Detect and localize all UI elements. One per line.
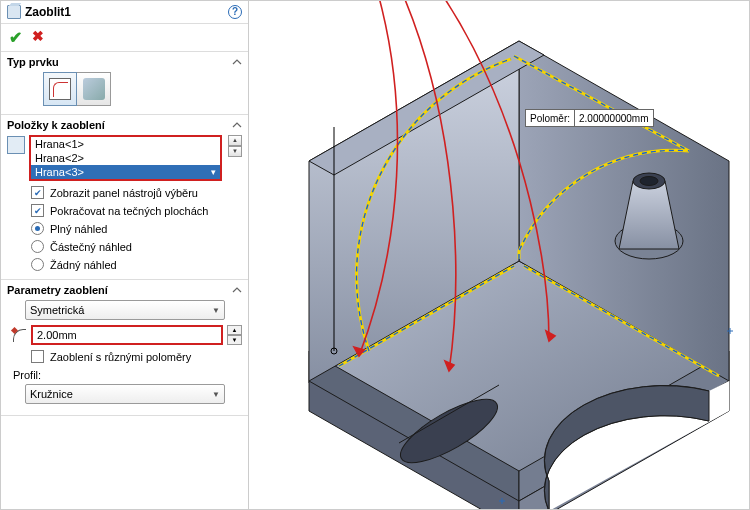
- select-value: Kružnice: [30, 388, 73, 400]
- cancel-button[interactable]: ✖: [32, 28, 44, 47]
- list-item[interactable]: Hrana<1>: [31, 137, 220, 151]
- radio-label: Žádný náhled: [50, 259, 117, 271]
- checkbox-icon: [31, 350, 44, 363]
- radio-label: Částečný náhled: [50, 241, 132, 253]
- section-header-typ[interactable]: Typ prvku: [7, 56, 242, 68]
- chevron-up-icon: [232, 285, 242, 295]
- selection-filter-icon[interactable]: [7, 136, 25, 154]
- feature-title: Zaoblit1: [25, 5, 228, 19]
- profile-label: Profil:: [13, 369, 242, 381]
- fillet-type-constant-button[interactable]: [43, 72, 77, 106]
- confirm-row: ✔ ✖: [1, 24, 248, 52]
- section-header-params[interactable]: Parametry zaoblení: [7, 284, 242, 296]
- chevron-up-icon: [232, 57, 242, 67]
- checkbox-label: Zaoblení s různými poloměry: [50, 351, 191, 363]
- chevron-down-icon: ▼: [212, 390, 220, 399]
- section-params: Parametry zaoblení Symetrická ▼ ▲ ▼ Zaob…: [1, 280, 248, 416]
- move-down-button[interactable]: ▼: [228, 146, 242, 157]
- symmetry-select[interactable]: Symetrická ▼: [25, 300, 225, 320]
- section-items: Položky k zaoblení Hrana<1> Hrana<2> Hra…: [1, 115, 248, 280]
- radius-input[interactable]: [31, 325, 223, 345]
- fillet-type-toggle: [43, 72, 242, 106]
- show-toolbar-checkbox[interactable]: ✔ Zobrazit panel nástrojů výběru: [31, 186, 242, 199]
- checkbox-label: Zobrazit panel nástrojů výběru: [50, 187, 198, 199]
- multi-radius-checkbox[interactable]: Zaoblení s různými poloměry: [31, 350, 242, 363]
- section-typ-prvku: Typ prvku: [1, 52, 248, 115]
- move-up-button[interactable]: ▲: [228, 135, 242, 146]
- radio-icon: [31, 222, 44, 235]
- radius-spinner: ▲ ▼: [227, 325, 242, 345]
- edge-selection-list[interactable]: Hrana<1> Hrana<2> Hrana<3>: [29, 135, 222, 181]
- radio-icon: [31, 258, 44, 271]
- callout-value[interactable]: 2.00000000mm: [575, 109, 654, 127]
- radio-label: Plný náhled: [50, 223, 108, 235]
- model-render: [249, 1, 750, 510]
- radius-value-field[interactable]: [33, 329, 221, 341]
- graphics-viewport[interactable]: Poloměr: 2.00000000mm: [249, 1, 749, 509]
- feature-property-panel: Zaoblit1 ? ✔ ✖ Typ prvku Položky k zaobl…: [1, 1, 249, 509]
- ok-button[interactable]: ✔: [9, 28, 22, 47]
- preview-full-radio[interactable]: Plný náhled: [31, 222, 242, 235]
- fillet-type-face-button[interactable]: [77, 72, 111, 106]
- section-title-items: Položky k zaoblení: [7, 119, 232, 131]
- preview-partial-radio[interactable]: Částečný náhled: [31, 240, 242, 253]
- chevron-up-icon: [232, 120, 242, 130]
- section-title-params: Parametry zaoblení: [7, 284, 232, 296]
- panel-header: Zaoblit1 ?: [1, 1, 248, 24]
- radius-callout[interactable]: Poloměr: 2.00000000mm: [525, 109, 654, 127]
- spin-up-button[interactable]: ▲: [227, 325, 242, 335]
- section-title-typ: Typ prvku: [7, 56, 232, 68]
- callout-label: Poloměr:: [525, 109, 575, 127]
- radio-icon: [31, 240, 44, 253]
- chevron-down-icon: ▼: [212, 306, 220, 315]
- svg-point-3: [640, 177, 658, 186]
- list-reorder-buttons: ▲ ▼: [228, 135, 242, 157]
- preview-none-radio[interactable]: Žádný náhled: [31, 258, 242, 271]
- help-icon[interactable]: ?: [228, 5, 242, 19]
- section-header-items[interactable]: Položky k zaoblení: [7, 119, 242, 131]
- continue-tangent-checkbox[interactable]: ✔ Pokračovat na tečných plochách: [31, 204, 242, 217]
- checkbox-icon: ✔: [31, 186, 44, 199]
- feature-icon: [7, 5, 21, 19]
- profile-select[interactable]: Kružnice ▼: [25, 384, 225, 404]
- spin-down-button[interactable]: ▼: [227, 335, 242, 345]
- checkbox-icon: ✔: [31, 204, 44, 217]
- list-item[interactable]: Hrana<3>: [31, 165, 220, 179]
- select-value: Symetrická: [30, 304, 84, 316]
- radius-icon: [11, 327, 27, 343]
- list-item[interactable]: Hrana<2>: [31, 151, 220, 165]
- checkbox-label: Pokračovat na tečných plochách: [50, 205, 208, 217]
